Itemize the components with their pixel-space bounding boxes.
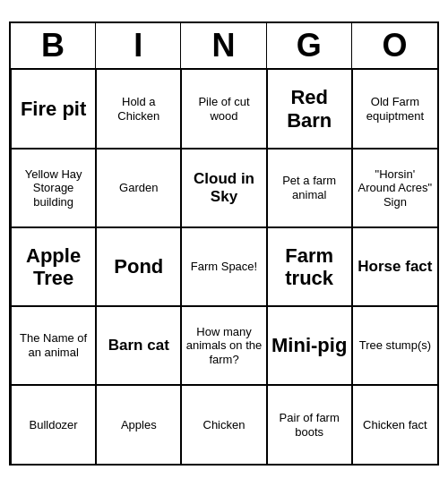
header-letter: B (11, 23, 96, 68)
cell-text: How many animals on the farm? (185, 325, 262, 367)
cell-text: Chicken (203, 418, 246, 432)
bingo-cell[interactable]: Mini-pig (267, 306, 352, 385)
cell-text: Fire pit (21, 98, 86, 120)
cell-text: Pile of cut wood (185, 95, 262, 123)
cell-text: Garden (119, 181, 158, 195)
header-letter: O (352, 23, 437, 68)
cell-text: Farm truck (271, 244, 348, 290)
bingo-cell[interactable]: Pond (96, 227, 181, 306)
cell-text: Pet a farm animal (271, 174, 348, 201)
cell-text: "Horsin' Around Acres" Sign (357, 167, 434, 209)
cell-text: Pair of farm boots (271, 411, 348, 439)
cell-text: Apple Tree (15, 244, 91, 290)
cell-text: Cloud in Sky (185, 170, 262, 207)
bingo-grid: Fire pitHold a ChickenPile of cut woodRe… (11, 70, 437, 464)
cell-text: Old Farm equiptment (357, 95, 434, 123)
bingo-cell[interactable]: Chicken (181, 385, 266, 464)
bingo-cell[interactable]: Fire pit (11, 70, 96, 149)
bingo-cell[interactable]: Horse fact (352, 227, 437, 306)
bingo-cell[interactable]: Old Farm equiptment (352, 70, 437, 149)
bingo-cell[interactable]: Yellow Hay Storage building (11, 149, 96, 227)
header-letter: G (267, 23, 352, 68)
cell-text: Farm Space! (191, 260, 257, 274)
header-letter: N (181, 23, 266, 68)
cell-text: Hold a Chicken (100, 95, 177, 123)
header-letter: I (96, 23, 181, 68)
bingo-card: BINGO Fire pitHold a ChickenPile of cut … (9, 21, 439, 466)
bingo-cell[interactable]: Farm Space! (181, 227, 266, 306)
bingo-cell[interactable]: Pair of farm boots (267, 385, 352, 464)
bingo-cell[interactable]: Barn cat (96, 306, 181, 385)
bingo-cell[interactable]: Bulldozer (11, 385, 96, 464)
bingo-cell[interactable]: Tree stump(s) (352, 306, 437, 385)
bingo-cell[interactable]: The Name of an animal (11, 306, 96, 385)
cell-text: Horse fact (358, 258, 432, 276)
bingo-cell[interactable]: Pile of cut wood (181, 70, 266, 149)
bingo-cell[interactable]: "Horsin' Around Acres" Sign (352, 149, 437, 227)
cell-text: Barn cat (108, 337, 169, 355)
cell-text: Mini-pig (271, 334, 347, 356)
cell-text: Yellow Hay Storage building (15, 167, 91, 209)
bingo-cell[interactable]: Garden (96, 149, 181, 227)
bingo-cell[interactable]: How many animals on the farm? (181, 306, 266, 385)
cell-text: Tree stump(s) (359, 338, 431, 353)
bingo-cell[interactable]: Apples (96, 385, 181, 464)
cell-text: The Name of an animal (15, 331, 91, 359)
cell-text: Chicken fact (363, 418, 427, 432)
bingo-cell[interactable]: Chicken fact (352, 385, 437, 464)
cell-text: Pond (114, 255, 163, 278)
cell-text: Apples (121, 418, 157, 432)
cell-text: Bulldozer (29, 418, 77, 432)
cell-text: Red Barn (271, 86, 348, 132)
bingo-header: BINGO (11, 23, 437, 70)
bingo-cell[interactable]: Cloud in Sky (181, 149, 266, 227)
bingo-cell[interactable]: Farm truck (267, 227, 352, 306)
bingo-cell[interactable]: Pet a farm animal (267, 149, 352, 227)
bingo-cell[interactable]: Hold a Chicken (96, 70, 181, 149)
bingo-cell[interactable]: Red Barn (267, 70, 352, 149)
bingo-cell[interactable]: Apple Tree (11, 227, 96, 306)
